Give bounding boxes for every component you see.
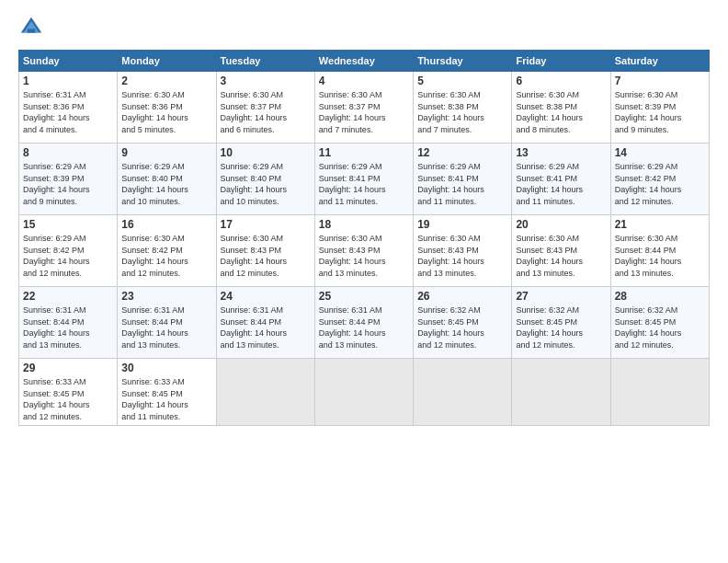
page: SundayMondayTuesdayWednesdayThursdayFrid… [0, 0, 728, 563]
logo-icon [18, 15, 44, 40]
day-info: Sunrise: 6:31 AM Sunset: 8:44 PM Dayligh… [121, 304, 211, 350]
day-number: 2 [121, 75, 211, 87]
calendar-cell: 3Sunrise: 6:30 AM Sunset: 8:37 PM Daylig… [216, 72, 314, 144]
calendar-table: SundayMondayTuesdayWednesdayThursdayFrid… [18, 50, 710, 426]
day-info: Sunrise: 6:30 AM Sunset: 8:44 PM Dayligh… [615, 233, 705, 279]
calendar-cell: 9Sunrise: 6:29 AM Sunset: 8:40 PM Daylig… [118, 144, 216, 215]
day-number: 11 [319, 146, 409, 159]
calendar-cell: 21Sunrise: 6:30 AM Sunset: 8:44 PM Dayli… [610, 215, 709, 287]
day-info: Sunrise: 6:29 AM Sunset: 8:41 PM Dayligh… [319, 161, 409, 207]
header [18, 15, 710, 40]
calendar-cell: 7Sunrise: 6:30 AM Sunset: 8:39 PM Daylig… [610, 72, 709, 144]
header-row: SundayMondayTuesdayWednesdayThursdayFrid… [19, 51, 710, 72]
day-info: Sunrise: 6:30 AM Sunset: 8:37 PM Dayligh… [319, 89, 409, 135]
calendar-cell: 25Sunrise: 6:31 AM Sunset: 8:44 PM Dayli… [314, 287, 413, 359]
calendar-cell: 24Sunrise: 6:31 AM Sunset: 8:44 PM Dayli… [216, 287, 314, 359]
header-day-monday: Monday [118, 51, 216, 72]
day-number: 15 [23, 218, 113, 231]
calendar-cell: 11Sunrise: 6:29 AM Sunset: 8:41 PM Dayli… [314, 144, 413, 215]
day-info: Sunrise: 6:32 AM Sunset: 8:45 PM Dayligh… [615, 304, 705, 350]
day-number: 12 [417, 146, 507, 159]
day-number: 3 [221, 75, 311, 87]
day-info: Sunrise: 6:30 AM Sunset: 8:42 PM Dayligh… [121, 233, 211, 279]
calendar-cell: 4Sunrise: 6:30 AM Sunset: 8:37 PM Daylig… [314, 72, 413, 144]
logo [18, 15, 46, 40]
day-info: Sunrise: 6:30 AM Sunset: 8:36 PM Dayligh… [121, 89, 211, 135]
day-info: Sunrise: 6:32 AM Sunset: 8:45 PM Dayligh… [516, 304, 606, 350]
header-day-friday: Friday [512, 51, 610, 72]
calendar-cell: 5Sunrise: 6:30 AM Sunset: 8:38 PM Daylig… [414, 72, 512, 144]
week-row-2: 8Sunrise: 6:29 AM Sunset: 8:39 PM Daylig… [19, 144, 710, 215]
day-number: 26 [417, 290, 507, 303]
day-info: Sunrise: 6:31 AM Sunset: 8:44 PM Dayligh… [319, 304, 409, 350]
calendar-cell: 12Sunrise: 6:29 AM Sunset: 8:41 PM Dayli… [414, 144, 512, 215]
calendar-cell: 1Sunrise: 6:31 AM Sunset: 8:36 PM Daylig… [19, 72, 118, 144]
day-number: 25 [319, 290, 409, 303]
day-number: 21 [615, 218, 705, 231]
week-row-3: 15Sunrise: 6:29 AM Sunset: 8:42 PM Dayli… [19, 215, 710, 287]
header-day-saturday: Saturday [610, 51, 709, 72]
day-number: 17 [221, 218, 311, 231]
day-number: 4 [319, 75, 409, 87]
day-info: Sunrise: 6:29 AM Sunset: 8:40 PM Dayligh… [121, 161, 211, 207]
week-row-4: 22Sunrise: 6:31 AM Sunset: 8:44 PM Dayli… [19, 287, 710, 359]
calendar-cell: 15Sunrise: 6:29 AM Sunset: 8:42 PM Dayli… [19, 215, 118, 287]
day-info: Sunrise: 6:31 AM Sunset: 8:44 PM Dayligh… [23, 304, 113, 350]
day-info: Sunrise: 6:30 AM Sunset: 8:39 PM Dayligh… [615, 89, 705, 135]
day-number: 29 [23, 362, 113, 374]
day-number: 28 [615, 290, 705, 303]
day-info: Sunrise: 6:29 AM Sunset: 8:41 PM Dayligh… [417, 161, 507, 207]
week-row-1: 1Sunrise: 6:31 AM Sunset: 8:36 PM Daylig… [19, 72, 710, 144]
day-number: 1 [23, 75, 113, 87]
calendar-cell [414, 359, 512, 426]
calendar-cell [610, 359, 709, 426]
header-day-wednesday: Wednesday [314, 51, 413, 72]
calendar-cell: 16Sunrise: 6:30 AM Sunset: 8:42 PM Dayli… [118, 215, 216, 287]
day-info: Sunrise: 6:29 AM Sunset: 8:40 PM Dayligh… [221, 161, 311, 207]
calendar-cell: 6Sunrise: 6:30 AM Sunset: 8:38 PM Daylig… [512, 72, 610, 144]
day-info: Sunrise: 6:32 AM Sunset: 8:45 PM Dayligh… [417, 304, 507, 350]
day-number: 10 [221, 146, 311, 159]
calendar-cell [512, 359, 610, 426]
day-number: 27 [516, 290, 606, 303]
day-number: 9 [121, 146, 211, 159]
calendar-cell: 19Sunrise: 6:30 AM Sunset: 8:43 PM Dayli… [414, 215, 512, 287]
calendar-cell: 18Sunrise: 6:30 AM Sunset: 8:43 PM Dayli… [314, 215, 413, 287]
calendar-cell: 2Sunrise: 6:30 AM Sunset: 8:36 PM Daylig… [118, 72, 216, 144]
day-number: 14 [615, 146, 705, 159]
calendar-cell: 28Sunrise: 6:32 AM Sunset: 8:45 PM Dayli… [610, 287, 709, 359]
day-number: 6 [516, 75, 606, 87]
header-day-tuesday: Tuesday [216, 51, 314, 72]
day-number: 20 [516, 218, 606, 231]
calendar-cell: 10Sunrise: 6:29 AM Sunset: 8:40 PM Dayli… [216, 144, 314, 215]
day-number: 30 [121, 362, 211, 374]
day-info: Sunrise: 6:30 AM Sunset: 8:43 PM Dayligh… [319, 233, 409, 279]
calendar-cell: 30Sunrise: 6:33 AM Sunset: 8:45 PM Dayli… [118, 359, 216, 426]
day-number: 5 [417, 75, 507, 87]
day-number: 7 [615, 75, 705, 87]
day-info: Sunrise: 6:33 AM Sunset: 8:45 PM Dayligh… [23, 376, 113, 422]
calendar-cell [314, 359, 413, 426]
day-info: Sunrise: 6:30 AM Sunset: 8:38 PM Dayligh… [417, 89, 507, 135]
calendar-cell [216, 359, 314, 426]
day-info: Sunrise: 6:29 AM Sunset: 8:42 PM Dayligh… [23, 233, 113, 279]
header-day-sunday: Sunday [19, 51, 118, 72]
day-number: 24 [221, 290, 311, 303]
calendar-cell: 27Sunrise: 6:32 AM Sunset: 8:45 PM Dayli… [512, 287, 610, 359]
calendar-cell: 23Sunrise: 6:31 AM Sunset: 8:44 PM Dayli… [118, 287, 216, 359]
calendar-cell: 13Sunrise: 6:29 AM Sunset: 8:41 PM Dayli… [512, 144, 610, 215]
day-number: 18 [319, 218, 409, 231]
calendar-cell: 29Sunrise: 6:33 AM Sunset: 8:45 PM Dayli… [19, 359, 118, 426]
week-row-5: 29Sunrise: 6:33 AM Sunset: 8:45 PM Dayli… [19, 359, 710, 426]
day-info: Sunrise: 6:31 AM Sunset: 8:44 PM Dayligh… [221, 304, 311, 350]
day-number: 23 [121, 290, 211, 303]
day-info: Sunrise: 6:31 AM Sunset: 8:36 PM Dayligh… [23, 89, 113, 135]
day-info: Sunrise: 6:29 AM Sunset: 8:39 PM Dayligh… [23, 161, 113, 207]
svg-rect-2 [28, 29, 35, 32]
calendar-cell: 14Sunrise: 6:29 AM Sunset: 8:42 PM Dayli… [610, 144, 709, 215]
day-number: 13 [516, 146, 606, 159]
day-info: Sunrise: 6:30 AM Sunset: 8:43 PM Dayligh… [417, 233, 507, 279]
day-info: Sunrise: 6:33 AM Sunset: 8:45 PM Dayligh… [121, 376, 211, 422]
day-info: Sunrise: 6:30 AM Sunset: 8:38 PM Dayligh… [516, 89, 606, 135]
day-number: 22 [23, 290, 113, 303]
